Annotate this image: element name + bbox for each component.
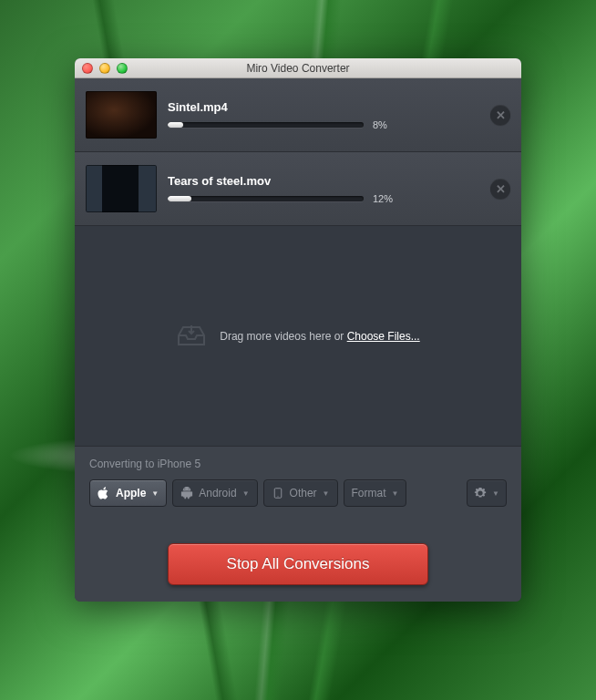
choose-files-link[interactable]: Choose Files...	[347, 330, 420, 343]
android-icon	[180, 487, 193, 499]
chevron-down-icon: ▼	[492, 489, 499, 498]
picker-row: Apple ▼ Android ▼ Other ▼ Format ▼	[89, 479, 507, 507]
drop-text: Drag more videos here or Choose Files...	[220, 330, 419, 343]
progress-fill	[168, 196, 191, 201]
conversion-status: Converting to iPhone 5	[89, 458, 507, 470]
gear-icon	[474, 487, 487, 499]
progress-bar	[168, 122, 364, 128]
video-thumbnail	[86, 165, 157, 212]
stop-all-button[interactable]: Stop All Conversions	[168, 543, 428, 585]
drop-zone[interactable]: Drag more videos here or Choose Files...	[75, 226, 521, 446]
zoom-icon[interactable]	[117, 63, 128, 74]
video-thumbnail	[86, 91, 157, 139]
chevron-down-icon: ▼	[151, 489, 159, 498]
item-meta: Sintel.mp4 8%	[168, 100, 479, 130]
window-title: Miro Video Converter	[75, 62, 521, 75]
traffic-lights	[82, 63, 128, 74]
progress-row: 12%	[168, 193, 479, 204]
progress-percent: 12%	[373, 193, 398, 204]
file-name: Tears of steel.mov	[168, 174, 479, 188]
android-picker[interactable]: Android ▼	[172, 479, 257, 507]
progress-bar	[168, 196, 364, 201]
chevron-down-icon: ▼	[392, 489, 399, 498]
close-icon: ✕	[496, 182, 506, 196]
minimize-icon[interactable]	[99, 63, 110, 74]
svg-point-1	[277, 496, 278, 497]
item-meta: Tears of steel.mov 12%	[168, 174, 479, 204]
list-item: Sintel.mp4 8% ✕	[75, 78, 521, 152]
progress-percent: 8%	[373, 119, 398, 130]
close-icon: ✕	[496, 108, 506, 122]
app-window: Miro Video Converter Sintel.mp4 8% ✕ Tea…	[75, 58, 521, 602]
apple-icon	[98, 487, 110, 499]
inbox-icon	[176, 324, 207, 348]
format-picker[interactable]: Format ▼	[344, 479, 407, 507]
file-name: Sintel.mp4	[168, 100, 479, 114]
close-icon[interactable]	[82, 63, 93, 74]
list-item: Tears of steel.mov 12% ✕	[75, 152, 521, 226]
progress-fill	[168, 122, 183, 128]
cancel-item-button[interactable]: ✕	[490, 105, 510, 125]
progress-row: 8%	[168, 119, 479, 130]
apple-picker[interactable]: Apple ▼	[89, 479, 167, 507]
chevron-down-icon: ▼	[323, 489, 330, 498]
other-picker[interactable]: Other ▼	[263, 479, 338, 507]
device-icon	[272, 487, 284, 499]
controls-panel: Converting to iPhone 5 Apple ▼ Android ▼	[75, 446, 521, 602]
chevron-down-icon: ▼	[242, 489, 250, 498]
cancel-item-button[interactable]: ✕	[490, 179, 510, 199]
settings-button[interactable]: ▼	[467, 479, 507, 507]
titlebar[interactable]: Miro Video Converter	[75, 58, 521, 78]
conversion-list: Sintel.mp4 8% ✕ Tears of steel.mov	[75, 78, 521, 226]
